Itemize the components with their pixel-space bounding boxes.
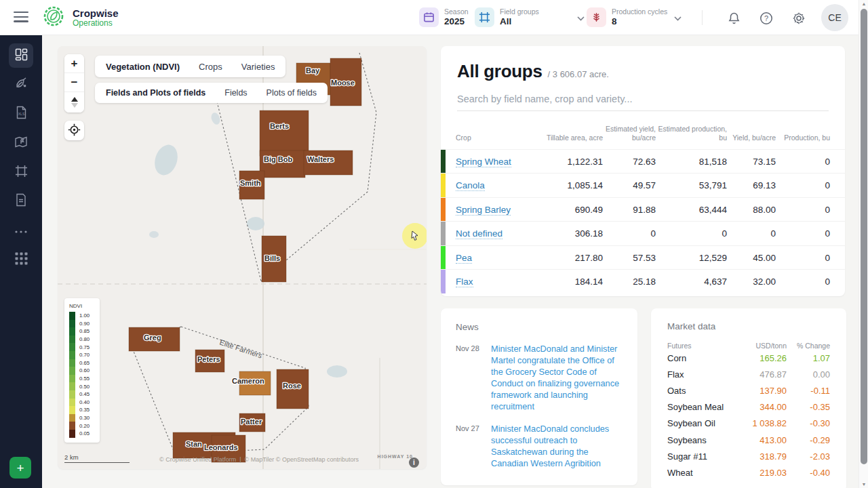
- season-label: Season: [444, 7, 469, 16]
- tilt-down-icon: [71, 103, 78, 108]
- info-icon[interactable]: i: [409, 458, 419, 468]
- attribution-cropwise[interactable]: © Cropwise Unified Platform: [159, 456, 236, 463]
- crop-table: Spring Wheat1,122.3172.6381,51873.150Can…: [441, 149, 845, 293]
- sidebar-item-fields[interactable]: [9, 160, 33, 184]
- crop-color-bar: [441, 198, 446, 222]
- crop-link[interactable]: Pea: [456, 253, 472, 264]
- map-canvas[interactable]: BayMooseBertsBig BobWaltersSmithBillsGre…: [58, 46, 427, 469]
- market-change: -0.35: [787, 402, 830, 412]
- crop-link[interactable]: Canola: [456, 180, 485, 191]
- market-row: Sugar #11318.79-2.03: [667, 448, 830, 464]
- map[interactable]: BayMooseBertsBig BobWaltersSmithBillsGre…: [58, 46, 427, 469]
- sidebar-item-reports-xls[interactable]: XLS: [9, 102, 33, 126]
- news-link[interactable]: Minister MacDonald and Minister Martel c…: [491, 343, 623, 412]
- menu-icon[interactable]: [14, 12, 28, 24]
- market-name: Sugar #11: [667, 451, 734, 462]
- attribution-maptiler[interactable]: © MapTiler © OpenStreetMap contributors: [245, 456, 359, 463]
- legend-value: 0.50: [79, 384, 90, 390]
- tab-vegetation-ndvi-[interactable]: Vegetation (NDVI): [106, 62, 180, 72]
- tab-crops[interactable]: Crops: [199, 62, 222, 72]
- market-change: -0.29: [787, 435, 830, 445]
- help-icon[interactable]: ?: [759, 11, 774, 26]
- sidebar-item-apps[interactable]: [9, 247, 33, 272]
- gear-icon[interactable]: [791, 11, 806, 26]
- app-window: Cropwise Operations Season 2025 Field gr…: [0, 0, 868, 488]
- crop-value: 57.53: [603, 253, 656, 263]
- crop-col-header: Yield, bu/acre: [727, 134, 776, 142]
- bell-icon[interactable]: [726, 11, 741, 26]
- crop-value: 690.49: [538, 205, 603, 215]
- crop-value: 0: [727, 228, 776, 239]
- crop-table-header: CropTillable area, acreEstimated yield, …: [441, 111, 845, 149]
- market-table-header: FuturesUSD/tonn% Change: [667, 342, 830, 350]
- crop-value: 45.00: [727, 253, 776, 263]
- field-frame-icon: [15, 165, 28, 180]
- legend-color-swatch: [69, 312, 75, 320]
- sidebar-item-documents[interactable]: [9, 189, 33, 214]
- sidebar: XLS +: [0, 35, 42, 488]
- legend-value: 1.00: [79, 312, 90, 319]
- road-label: HIGHWAY 10: [378, 454, 413, 459]
- legend-value: 0.30: [79, 415, 90, 421]
- legend-color-swatch: [69, 422, 75, 430]
- news-link[interactable]: Minister MacDonald concludes successful …: [491, 423, 623, 469]
- sidebar-item-dashboard[interactable]: [9, 43, 33, 68]
- legend-step: 0.20: [69, 422, 96, 430]
- crop-value: 306.18: [538, 228, 603, 239]
- legend-step: 0.35: [69, 406, 96, 414]
- tilt-control[interactable]: [64, 92, 84, 113]
- market-price: 137.90: [734, 386, 787, 396]
- crop-value: 4,637: [656, 277, 727, 287]
- locate-button[interactable]: [64, 121, 84, 140]
- field-groups-selector[interactable]: Field groups All: [475, 7, 585, 27]
- crop-value: 0: [776, 157, 830, 167]
- crop-value: 53,791: [656, 180, 727, 190]
- scrollbar-thumb[interactable]: [861, 9, 867, 464]
- crop-link[interactable]: Not defined: [456, 228, 502, 239]
- add-button[interactable]: +: [9, 457, 31, 479]
- search-input[interactable]: [457, 89, 829, 111]
- map-field-berts[interactable]: [260, 110, 309, 156]
- season-selector[interactable]: Season 2025: [419, 7, 469, 27]
- crop-value: 0: [776, 277, 830, 287]
- market-row: Flax476.870.00: [667, 366, 830, 382]
- legend-step: 0.85: [69, 327, 96, 336]
- legend-color-swatch: [69, 359, 75, 367]
- market-change: -2.03: [787, 451, 830, 462]
- map-field-big-bob[interactable]: [260, 150, 305, 178]
- tab-fields[interactable]: Fields: [224, 88, 247, 98]
- tab-plots-of-fields[interactable]: Plots of fields: [267, 88, 317, 98]
- crop-link[interactable]: Flax: [456, 277, 473, 287]
- crop-value: 184.14: [538, 277, 603, 287]
- document-icon: [15, 193, 27, 209]
- zoom-out-button[interactable]: −: [64, 73, 84, 92]
- sidebar-item-field-map[interactable]: [9, 131, 33, 155]
- market-table: Corn165.261.07Flax476.870.00Oats137.90-0…: [667, 350, 830, 481]
- map-scalebar: 2 km: [64, 453, 130, 463]
- news-date: Nov 27: [456, 423, 491, 469]
- brand-logo[interactable]: Cropwise Operations: [41, 3, 119, 32]
- sidebar-item-scouting[interactable]: [9, 73, 33, 97]
- map-flag-icon: [14, 136, 28, 151]
- frame-icon: [475, 7, 494, 27]
- ndvi-legend-title: NDVI: [69, 303, 96, 309]
- crop-link[interactable]: Spring Wheat: [456, 157, 511, 167]
- avatar[interactable]: CE: [821, 4, 848, 31]
- legend-color-swatch: [69, 382, 75, 390]
- page-title: All groups: [457, 61, 542, 82]
- map-field-label: Rose: [283, 382, 301, 390]
- map-field-label: Big Bob: [264, 155, 292, 163]
- scroll-up-icon[interactable]: ▲: [859, 1, 868, 6]
- tab-fields-and-plots-of-fields[interactable]: Fields and Plots of fields: [106, 88, 205, 98]
- sidebar-item-more[interactable]: [9, 218, 33, 243]
- market-change: -0.40: [787, 468, 830, 478]
- zoom-in-button[interactable]: +: [64, 54, 84, 73]
- crop-link[interactable]: Spring Barley: [456, 205, 511, 216]
- market-change: -0.30: [787, 418, 830, 428]
- page-scrollbar[interactable]: ▲ ▼: [859, 0, 868, 488]
- production-cycles-selector[interactable]: Production cycles 8: [587, 7, 682, 27]
- map-field-label: Bills: [264, 254, 280, 262]
- tab-varieties[interactable]: Varieties: [241, 62, 275, 72]
- field-groups-value: All: [500, 16, 539, 27]
- scroll-down-icon[interactable]: ▼: [859, 482, 868, 487]
